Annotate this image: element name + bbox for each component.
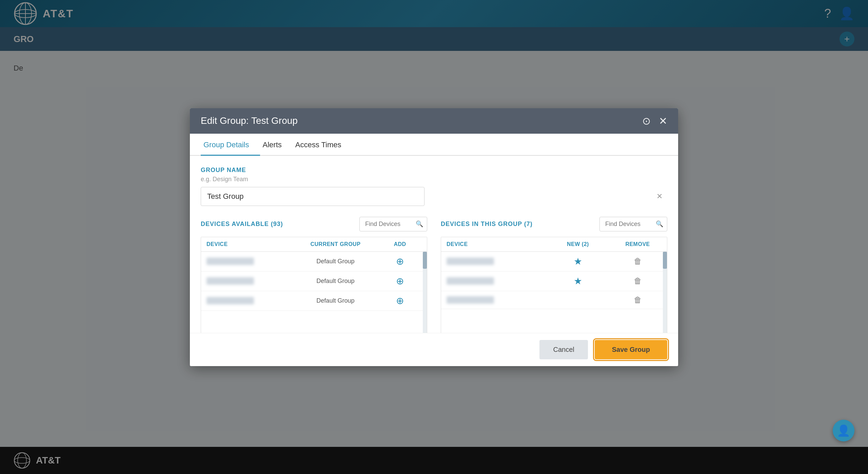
- modal-tabs: Group Details Alerts Access Times: [190, 134, 678, 156]
- col-header-device-group: DEVICE: [447, 241, 542, 247]
- device-group-text: Default Group: [316, 297, 354, 304]
- modal-close-icon[interactable]: ✕: [659, 115, 667, 127]
- device-new-cell: ★: [542, 276, 614, 287]
- devices-in-group-panel: DEVICES IN THIS GROUP (7) 🔍 DEVICE NEW (…: [441, 217, 667, 333]
- add-device-button[interactable]: ⊕: [396, 295, 404, 306]
- device-name-blur: [206, 297, 254, 304]
- group-name-input-wrap: ✕: [201, 187, 667, 206]
- device-group-text: Default Group: [316, 258, 354, 265]
- col-header-new: NEW (2): [542, 241, 614, 247]
- search-icon-group: 🔍: [656, 220, 663, 228]
- device-add-cell[interactable]: ⊕: [378, 256, 421, 267]
- device-name-cell-group: [447, 277, 542, 285]
- device-name-blur: [206, 258, 254, 265]
- scrollbar-track-group: [663, 252, 667, 333]
- add-device-button[interactable]: ⊕: [396, 276, 404, 287]
- device-group-cell: Default Group: [293, 258, 379, 265]
- tab-alerts[interactable]: Alerts: [260, 134, 293, 156]
- modal: Edit Group: Test Group ⊙ ✕ Group Details…: [190, 108, 678, 366]
- device-name-blur: [206, 277, 254, 285]
- devices-available-title: DEVICES AVAILABLE (93): [201, 221, 283, 228]
- modal-header: Edit Group: Test Group ⊙ ✕: [190, 108, 678, 134]
- table-row: Default Group ⊕: [201, 291, 427, 311]
- scrollbar-thumb[interactable]: [423, 252, 427, 269]
- device-name-cell: [206, 297, 293, 304]
- device-name-cell: [206, 277, 293, 285]
- save-group-button[interactable]: Save Group: [595, 340, 667, 359]
- device-group-cell: Default Group: [293, 297, 379, 304]
- device-name-blur: [447, 296, 494, 304]
- devices-available-table-body: Default Group ⊕ Default Group ⊕ Default …: [201, 252, 427, 333]
- modal-body: GROUP NAME e.g. Design Team ✕ DEVICES AV…: [190, 156, 678, 333]
- tab-access-times[interactable]: Access Times: [293, 134, 352, 156]
- scrollbar-track: [423, 252, 427, 333]
- device-new-cell: ★: [542, 256, 614, 267]
- table-row: ★ 🗑: [441, 252, 667, 271]
- new-star-icon: ★: [574, 256, 582, 267]
- table-row: ★ 🗑: [441, 271, 667, 291]
- col-header-current-group: CURRENT GROUP: [293, 241, 379, 247]
- devices-in-group-header: DEVICES IN THIS GROUP (7) 🔍: [441, 217, 667, 231]
- cancel-button[interactable]: Cancel: [539, 340, 588, 359]
- devices-in-group-table-header: DEVICE NEW (2) REMOVE: [441, 237, 667, 252]
- device-group-text: Default Group: [316, 278, 354, 285]
- modal-header-icons: ⊙ ✕: [642, 115, 667, 127]
- delete-device-button[interactable]: 🗑: [634, 257, 642, 266]
- device-group-cell: Default Group: [293, 278, 379, 285]
- group-name-input[interactable]: [201, 187, 425, 206]
- device-name-cell-group: [447, 296, 542, 304]
- device-name-blur: [447, 258, 494, 265]
- col-header-add: ADD: [378, 241, 421, 247]
- col-header-device-avail: DEVICE: [206, 241, 293, 247]
- device-remove-cell[interactable]: 🗑: [614, 295, 662, 305]
- group-name-label: GROUP NAME: [201, 167, 667, 174]
- find-devices-group-wrap: 🔍: [599, 217, 667, 231]
- modal-title: Edit Group: Test Group: [201, 115, 298, 126]
- modal-footer: Cancel Save Group: [190, 333, 678, 366]
- tab-group-details[interactable]: Group Details: [201, 134, 260, 156]
- clear-input-button[interactable]: ✕: [656, 192, 663, 201]
- find-devices-available-wrap: 🔍: [359, 217, 427, 231]
- device-add-cell[interactable]: ⊕: [378, 276, 421, 287]
- chat-bubble[interactable]: 👤: [833, 420, 854, 441]
- delete-device-button[interactable]: 🗑: [634, 295, 642, 305]
- device-name-cell: [206, 258, 293, 265]
- devices-available-table-header: DEVICE CURRENT GROUP ADD: [201, 237, 427, 252]
- add-device-button[interactable]: ⊕: [396, 256, 404, 267]
- devices-row: DEVICES AVAILABLE (93) 🔍 DEVICE CURRENT …: [201, 217, 667, 333]
- new-star-icon: ★: [574, 276, 582, 287]
- device-remove-cell[interactable]: 🗑: [614, 257, 662, 266]
- group-name-hint: e.g. Design Team: [201, 176, 667, 183]
- delete-device-button[interactable]: 🗑: [634, 276, 642, 286]
- search-icon-available: 🔍: [416, 220, 423, 228]
- device-add-cell[interactable]: ⊕: [378, 295, 421, 306]
- device-name-blur: [447, 277, 494, 285]
- devices-available-table: DEVICE CURRENT GROUP ADD Default Group ⊕: [201, 237, 427, 333]
- table-row: 🗑: [441, 291, 667, 309]
- col-header-remove: REMOVE: [614, 241, 662, 247]
- modal-overlay: Edit Group: Test Group ⊙ ✕ Group Details…: [0, 0, 868, 474]
- devices-available-header: DEVICES AVAILABLE (93) 🔍: [201, 217, 427, 231]
- table-row: Default Group ⊕: [201, 252, 427, 271]
- device-name-cell-group: [447, 258, 542, 265]
- devices-in-group-title: DEVICES IN THIS GROUP (7): [441, 221, 533, 228]
- table-row: Default Group ⊕: [201, 271, 427, 291]
- scrollbar-thumb-group[interactable]: [663, 252, 667, 269]
- device-remove-cell[interactable]: 🗑: [614, 276, 662, 286]
- modal-help-icon[interactable]: ⊙: [642, 115, 651, 127]
- devices-in-group-table: DEVICE NEW (2) REMOVE ★ 🗑: [441, 237, 667, 333]
- devices-in-group-table-body: ★ 🗑 ★ 🗑 🗑: [441, 252, 667, 333]
- devices-available-panel: DEVICES AVAILABLE (93) 🔍 DEVICE CURRENT …: [201, 217, 427, 333]
